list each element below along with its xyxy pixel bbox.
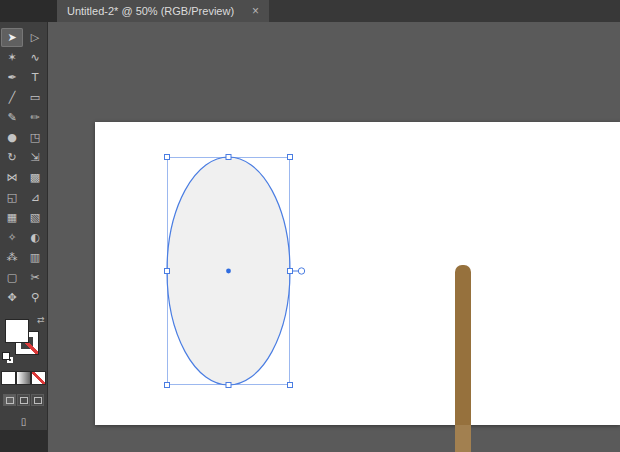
perspective-grid-tool[interactable]: ⊿ (24, 188, 46, 207)
selection-handle-top-left[interactable] (165, 155, 170, 160)
paintbrush-tool-icon: ✎ (7, 112, 16, 123)
symbol-sprayer-tool-icon: ⁂ (7, 252, 18, 263)
illustrator-window: Untitled-2* @ 50% (RGB/Preview) × ➤▷✶∿✒T… (0, 0, 620, 452)
zoom-tool[interactable]: ⚲ (24, 288, 46, 307)
blob-brush-tool[interactable]: ● (1, 128, 23, 147)
tab-bar-spacer (0, 0, 57, 22)
paintbrush-tool[interactable]: ✎ (1, 108, 23, 127)
document-tab-title: Untitled-2* @ 50% (RGB/Preview) (67, 5, 234, 17)
rotate-tool[interactable]: ↻ (1, 148, 23, 167)
scale-tool[interactable]: ⇲ (24, 148, 46, 167)
lasso-tool[interactable]: ∿ (24, 48, 46, 67)
tab-close-icon[interactable]: × (252, 5, 259, 17)
tools-grid: ➤▷✶∿✒T╱▭✎✏●◳↻⇲⋈▩◱⊿▦▧✧◐⁂▥▢✂✥⚲ (1, 22, 47, 307)
ellipse-center-point[interactable] (226, 269, 231, 274)
artboard-tool[interactable]: ▢ (1, 268, 23, 287)
width-tool-icon: ⋈ (7, 172, 18, 183)
selection-handle-top-right[interactable] (288, 155, 293, 160)
none-button[interactable] (32, 372, 45, 384)
perspective-grid-tool-icon: ⊿ (30, 192, 39, 203)
document-tab[interactable]: Untitled-2* @ 50% (RGB/Preview) × (57, 0, 269, 22)
direct-selection-tool-icon: ▷ (31, 32, 39, 43)
artboard-tool-icon: ▢ (7, 272, 17, 283)
slice-tool[interactable]: ✂ (24, 268, 46, 287)
magic-wand-tool[interactable]: ✶ (1, 48, 23, 67)
eraser-tool-icon: ◳ (30, 132, 40, 143)
lasso-tool-icon: ∿ (30, 52, 39, 63)
selection-tool-icon: ➤ (7, 32, 16, 43)
mesh-tool[interactable]: ▦ (1, 208, 23, 227)
pencil-tool[interactable]: ✏ (24, 108, 46, 127)
draw-normal-button[interactable] (3, 394, 16, 406)
line-segment-tool-icon: ╱ (9, 92, 16, 103)
tools-panel: ➤▷✶∿✒T╱▭✎✏●◳↻⇲⋈▩◱⊿▦▧✧◐⁂▥▢✂✥⚲ ⇄ (0, 22, 48, 452)
pen-tool[interactable]: ✒ (1, 68, 23, 87)
blend-tool[interactable]: ◐ (24, 228, 46, 247)
selection-handle-middle-left[interactable] (165, 269, 170, 274)
rotate-tool-icon: ↻ (7, 152, 16, 163)
pencil-tool-icon: ✏ (30, 112, 39, 123)
screen-mode-button[interactable]: ▯ (15, 415, 33, 428)
shape-builder-tool-icon: ◱ (7, 192, 17, 203)
type-tool-icon: T (32, 72, 39, 83)
type-tool[interactable]: T (24, 68, 46, 87)
screen-mode-icon: ▯ (21, 417, 27, 427)
fill-swatch[interactable] (6, 320, 28, 342)
scale-tool-icon: ⇲ (30, 152, 39, 163)
shape-builder-tool[interactable]: ◱ (1, 188, 23, 207)
rectangle-tool[interactable]: ▭ (24, 88, 46, 107)
mesh-tool-icon: ▦ (7, 212, 17, 223)
pen-tool-icon: ✒ (7, 72, 16, 83)
selection-handle-middle-right[interactable] (288, 269, 293, 274)
document-tab-bar: Untitled-2* @ 50% (RGB/Preview) × (0, 0, 620, 22)
color-type-row (2, 372, 45, 384)
selection-handle-bottom-left[interactable] (165, 383, 170, 388)
draw-inside-button[interactable] (31, 394, 44, 406)
tab-bar-fill (269, 0, 620, 22)
fill-stroke-widget: ⇄ (3, 317, 45, 363)
brown-rectangle-shape[interactable] (455, 265, 471, 452)
direct-selection-tool[interactable]: ▷ (24, 28, 46, 47)
hand-tool-icon: ✥ (7, 292, 16, 303)
gradient-tool[interactable]: ▧ (24, 208, 46, 227)
eyedropper-tool-icon: ✧ (7, 232, 16, 243)
blend-tool-icon: ◐ (30, 232, 40, 243)
free-transform-tool-icon: ▩ (30, 172, 40, 183)
eraser-tool[interactable]: ◳ (24, 128, 46, 147)
selection-handle-top-center[interactable] (226, 155, 231, 160)
zoom-tool-icon: ⚲ (31, 292, 39, 303)
live-shape-widget[interactable] (293, 268, 305, 274)
column-graph-tool[interactable]: ▥ (24, 248, 46, 267)
color-button[interactable] (2, 372, 15, 384)
blob-brush-tool-icon: ● (7, 132, 17, 143)
drawing-modes-row (3, 394, 44, 406)
hand-tool[interactable]: ✥ (1, 288, 23, 307)
line-segment-tool[interactable]: ╱ (1, 88, 23, 107)
rectangle-tool-icon: ▭ (30, 92, 40, 103)
width-tool[interactable]: ⋈ (1, 168, 23, 187)
gradient-tool-icon: ▧ (30, 212, 40, 223)
gradient-button[interactable] (17, 372, 30, 384)
default-fill-mini-icon (3, 353, 9, 359)
selection-handle-bottom-center[interactable] (226, 383, 231, 388)
column-graph-tool-icon: ▥ (30, 252, 40, 263)
symbol-sprayer-tool[interactable]: ⁂ (1, 248, 23, 267)
magic-wand-tool-icon: ✶ (7, 52, 16, 63)
slice-tool-icon: ✂ (30, 272, 39, 283)
toolbar-footer (0, 430, 47, 452)
canvas-area[interactable] (48, 22, 620, 452)
free-transform-tool[interactable]: ▩ (24, 168, 46, 187)
selection-overlay (48, 22, 620, 452)
selection-handle-bottom-right[interactable] (288, 383, 293, 388)
selection-tool[interactable]: ➤ (1, 28, 23, 47)
swap-fill-stroke-icon[interactable]: ⇄ (37, 315, 45, 325)
default-fill-stroke-icon[interactable] (3, 353, 13, 363)
eyedropper-tool[interactable]: ✧ (1, 228, 23, 247)
draw-behind-button[interactable] (17, 394, 30, 406)
